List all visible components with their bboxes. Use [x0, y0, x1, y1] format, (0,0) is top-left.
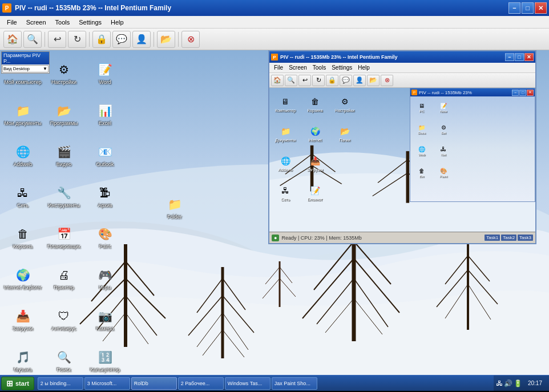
- stop-button[interactable]: ⊗: [181, 31, 200, 48]
- nested-stop-button[interactable]: ⊗: [381, 75, 393, 86]
- desktop-icon-network[interactable]: 🖧 Сеть: [2, 176, 43, 217]
- taskbar-item-3[interactable]: RolDb: [131, 377, 177, 390]
- nested-menu-tools[interactable]: Tools: [310, 64, 329, 71]
- window-title: PIV -- rudi -- 1535Mb 23% -- Intel Penti…: [15, 4, 508, 12]
- desktop-icon-word[interactable]: 📝 Word: [84, 52, 126, 94]
- desktop-icon-paint[interactable]: 🎨 Paint: [84, 217, 126, 258]
- menu-file[interactable]: File: [2, 18, 22, 27]
- close-button[interactable]: ✕: [535, 2, 547, 14]
- nested-icon-7[interactable]: 📥 Загрузки: [300, 148, 330, 178]
- menu-settings[interactable]: Settings: [74, 18, 106, 27]
- nested-menu-settings[interactable]: Settings: [329, 64, 355, 71]
- double-nested-controls: − □ ✕: [512, 90, 534, 96]
- taskbar-item-5[interactable]: Windows Tas...: [225, 377, 271, 390]
- nested-icon-8-label: Блокнот: [308, 197, 322, 202]
- desktop-icon-tools-label: Инструменты: [48, 203, 80, 209]
- dn-icon-2[interactable]: 📁 Docs: [411, 119, 433, 140]
- desktop-icon-download[interactable]: 📥 Загрузки: [2, 299, 43, 340]
- desktop-icon-outlook[interactable]: 📧 Outlook: [84, 135, 126, 176]
- desktop-icon-games[interactable]: 🎮 Игры: [84, 258, 126, 299]
- dn-maximize-button[interactable]: □: [519, 90, 526, 96]
- menu-tools[interactable]: Tools: [51, 18, 75, 27]
- window-controls: − □ ✕: [508, 2, 547, 14]
- chat-button[interactable]: 💬: [112, 31, 131, 48]
- nested-icon-3[interactable]: 🌐 Addweb: [271, 148, 300, 178]
- nested-icon-5[interactable]: 🗑 Корзина: [300, 89, 330, 119]
- calendar-icon: 📅: [55, 225, 73, 243]
- desktop-icon-ie[interactable]: 🌍 Internet Explorer: [2, 258, 43, 299]
- double-nested-titlebar: P PIV -- rudi -- 1535Mb 23% − □ ✕: [410, 88, 535, 96]
- dn-icon-7[interactable]: 🖧 Net: [433, 140, 454, 162]
- desktop-icon-antivirus[interactable]: 🛡 Антивирус: [43, 299, 84, 340]
- search-button[interactable]: 🔍: [23, 31, 42, 48]
- dn-icon-5[interactable]: 📝 Note: [433, 97, 454, 119]
- maximize-button[interactable]: □: [522, 2, 534, 14]
- nested-home-button[interactable]: 🏠: [271, 75, 284, 86]
- start-button[interactable]: ⊞ start: [1, 377, 34, 390]
- nested-taskbar-item-1[interactable]: Task1: [485, 235, 500, 241]
- desktop-icon-documents[interactable]: 📁 Мои документы: [2, 94, 43, 135]
- nested-lock-button[interactable]: 🔒: [326, 75, 338, 86]
- desktop-icon-tools[interactable]: 🔧 Инструменты: [43, 176, 84, 217]
- nested-maximize-button[interactable]: □: [515, 53, 524, 61]
- folder2-icon: 📂: [55, 102, 73, 120]
- nested-close-button[interactable]: ✕: [524, 53, 534, 61]
- menu-screen[interactable]: Screen: [22, 18, 51, 27]
- nested-taskbar-item-3[interactable]: Task3: [518, 235, 533, 241]
- desktop-icon-recycle[interactable]: 🗑 Корзина: [2, 217, 43, 258]
- desktop-icon-video[interactable]: 🎬 Видео: [43, 135, 84, 176]
- nested-icon-10[interactable]: 📂 Папки: [330, 119, 360, 148]
- nested-icon-1[interactable]: 🖥 Компьютер: [271, 89, 300, 119]
- desktop-icon-addweb[interactable]: 🌐 Addweb: [2, 135, 43, 176]
- taskbar-item-4[interactable]: 2 Рабочее...: [178, 377, 224, 390]
- desktop-icon-print[interactable]: 🖨 Принтер: [43, 258, 84, 299]
- taskbar-item-1[interactable]: 2 ы binding...: [38, 377, 83, 390]
- nested-icon-8[interactable]: 📝 Блокнот: [300, 178, 330, 208]
- nested-menu-file[interactable]: File: [271, 64, 286, 71]
- nested-icon-2[interactable]: 📁 Документы: [271, 119, 300, 148]
- nested-search-button[interactable]: 🔍: [285, 75, 297, 86]
- nested-chat-button[interactable]: 💬: [340, 75, 352, 86]
- menu-help[interactable]: Help: [106, 18, 128, 27]
- ie-icon: 🌍: [14, 266, 32, 284]
- nested-menu-screen[interactable]: Screen: [286, 64, 310, 71]
- nested-icon-4[interactable]: 🖧 Сеть: [271, 178, 300, 208]
- dn-icon-4[interactable]: 🗑 Bin: [411, 162, 433, 184]
- desktop-icon-excel[interactable]: 📊 Excel: [84, 94, 126, 135]
- nested-menu-help[interactable]: Help: [355, 64, 373, 71]
- nested-icon-9-img: ⚙: [338, 95, 351, 108]
- user-button[interactable]: 👤: [132, 31, 151, 48]
- nested-minimize-button[interactable]: −: [505, 53, 514, 61]
- nested-user-button[interactable]: 👤: [353, 75, 366, 86]
- taskbar-item-6[interactable]: Jax Paint Sho...: [272, 377, 317, 390]
- desktop-icon-folder2[interactable]: 📂 Программы: [43, 94, 84, 135]
- desktop-icon-calendar[interactable]: 📅 Планировщик: [43, 217, 84, 258]
- desktop-icon-camera[interactable]: 📷 Камера: [84, 299, 126, 340]
- dn-icon-1[interactable]: 🖥 PC: [411, 97, 433, 119]
- nested-back-button[interactable]: ↩: [298, 75, 311, 86]
- nested-content: 🖥 Компьютер 📁 Документы 🌐 Addweb 🖧: [269, 88, 535, 232]
- nested-desktop-area: 🖥 Компьютер 📁 Документы 🌐 Addweb 🖧: [269, 88, 535, 232]
- desktop-icon-archive[interactable]: 🗜 Архив: [84, 176, 126, 217]
- dn-icon-3[interactable]: 🌐 Web: [411, 140, 433, 162]
- dn-icon-6[interactable]: ⚙ Set: [433, 119, 454, 140]
- dn-close-button[interactable]: ✕: [527, 90, 534, 96]
- nested-taskbar-item-2[interactable]: Task2: [501, 235, 516, 241]
- dn-icon-8[interactable]: 🎨 Paint: [433, 162, 454, 184]
- nested-refresh-button[interactable]: ↻: [312, 75, 325, 86]
- nested-folder-button[interactable]: 📂: [367, 75, 380, 86]
- folder-button[interactable]: 📂: [157, 31, 175, 48]
- desktop-icon-folder-mid[interactable]: 📁 Folder: [154, 187, 195, 228]
- back-button[interactable]: ↩: [48, 31, 66, 48]
- nested-icon-2-img: 📁: [279, 125, 292, 138]
- taskbar-item-2[interactable]: 3 Microsoft...: [84, 377, 130, 390]
- home-button[interactable]: 🏠: [3, 31, 22, 48]
- lock-button[interactable]: 🔒: [92, 31, 111, 48]
- nested-icon-9[interactable]: ⚙ Настройки: [330, 89, 360, 119]
- nested-icon-6[interactable]: 🌍 Internet: [300, 119, 330, 148]
- refresh-button[interactable]: ↻: [68, 31, 86, 48]
- minimize-button[interactable]: −: [508, 2, 520, 14]
- dn-minimize-button[interactable]: −: [512, 90, 519, 96]
- widget-dropdown[interactable]: Вид Desktop ▼: [2, 65, 49, 72]
- nested-icon-5-label: Корзина: [308, 108, 323, 113]
